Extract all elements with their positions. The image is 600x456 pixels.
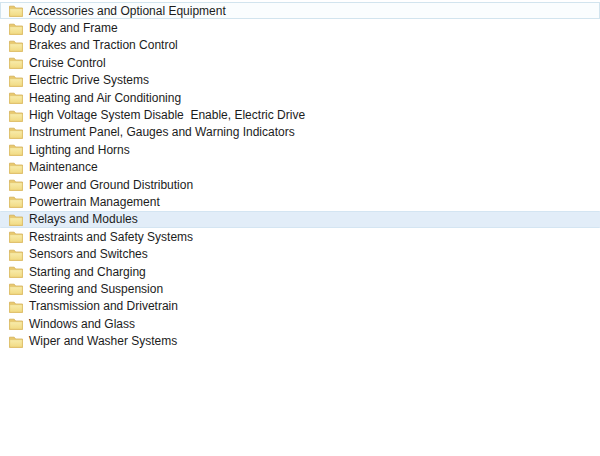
folder-icon (9, 22, 23, 35)
tree-item-label: Relays and Modules (29, 213, 138, 225)
tree-item[interactable]: Restraints and Safety Systems (0, 228, 600, 245)
folder-icon (9, 335, 23, 348)
tree-item[interactable]: Electric Drive Systems (0, 72, 600, 89)
folder-icon (9, 74, 23, 87)
tree-item[interactable]: Body and Frame (0, 19, 600, 36)
folder-icon (9, 143, 23, 156)
folder-icon (9, 248, 23, 261)
tree-item[interactable]: Wiper and Washer Systems (0, 332, 600, 349)
tree-item-label: Sensors and Switches (29, 248, 148, 260)
tree-item[interactable]: Lighting and Horns (0, 141, 600, 158)
folder-icon (9, 39, 23, 52)
folder-icon (9, 161, 23, 174)
folder-icon (9, 109, 23, 122)
tree-item[interactable]: Brakes and Traction Control (0, 37, 600, 54)
folder-icon (9, 282, 23, 295)
folder-icon (9, 317, 23, 330)
tree-item[interactable]: Starting and Charging (0, 263, 600, 280)
tree-item-selected[interactable]: Relays and Modules (0, 211, 600, 228)
tree-item-label: Transmission and Drivetrain (29, 300, 178, 312)
folder-icon (9, 265, 23, 278)
folder-icon (9, 195, 23, 208)
tree-item[interactable]: Transmission and Drivetrain (0, 298, 600, 315)
tree-item[interactable]: Power and Ground Distribution (0, 176, 600, 193)
tree-item-label: Body and Frame (29, 22, 118, 34)
tree-item[interactable]: Heating and Air Conditioning (0, 89, 600, 106)
tree-item-label: Starting and Charging (29, 266, 146, 278)
tree-item-label: Electric Drive Systems (29, 74, 149, 86)
tree-item-label: Restraints and Safety Systems (29, 231, 193, 243)
folder-icon (9, 178, 23, 191)
tree-item[interactable]: Instrument Panel, Gauges and Warning Ind… (0, 124, 600, 141)
tree-item[interactable]: Powertrain Management (0, 193, 600, 210)
tree-item-label: Lighting and Horns (29, 144, 130, 156)
tree-item-label: Power and Ground Distribution (29, 179, 193, 191)
tree-item-label: Maintenance (29, 161, 98, 173)
tree-item[interactable]: Maintenance (0, 159, 600, 176)
folder-browser-window: Accessories and Optional Equipment Body … (0, 0, 600, 456)
tree-item[interactable]: Steering and Suspension (0, 280, 600, 297)
tree-item[interactable]: Accessories and Optional Equipment (0, 2, 600, 19)
tree-item[interactable]: High Voltage System Disable Enable, Elec… (0, 106, 600, 123)
folder-icon (9, 56, 23, 69)
folder-icon (9, 126, 23, 139)
folder-icon (9, 300, 23, 313)
folder-icon (9, 230, 23, 243)
tree-item-label: Windows and Glass (29, 318, 135, 330)
tree-item-label: Wiper and Washer Systems (29, 335, 177, 347)
category-tree: Accessories and Optional Equipment Body … (0, 2, 600, 350)
tree-item-label: Steering and Suspension (29, 283, 163, 295)
tree-item-label: Powertrain Management (29, 196, 160, 208)
tree-item-label: Instrument Panel, Gauges and Warning Ind… (29, 126, 295, 138)
tree-item-label: Cruise Control (29, 57, 106, 69)
tree-item-label: Brakes and Traction Control (29, 39, 178, 51)
folder-icon (9, 91, 23, 104)
folder-icon (9, 213, 23, 226)
tree-item[interactable]: Sensors and Switches (0, 245, 600, 262)
tree-item[interactable]: Cruise Control (0, 54, 600, 71)
tree-item-label: High Voltage System Disable Enable, Elec… (29, 109, 305, 121)
tree-item-label: Heating and Air Conditioning (29, 92, 181, 104)
folder-icon (9, 4, 23, 17)
tree-item[interactable]: Windows and Glass (0, 315, 600, 332)
tree-item-label: Accessories and Optional Equipment (29, 5, 226, 17)
